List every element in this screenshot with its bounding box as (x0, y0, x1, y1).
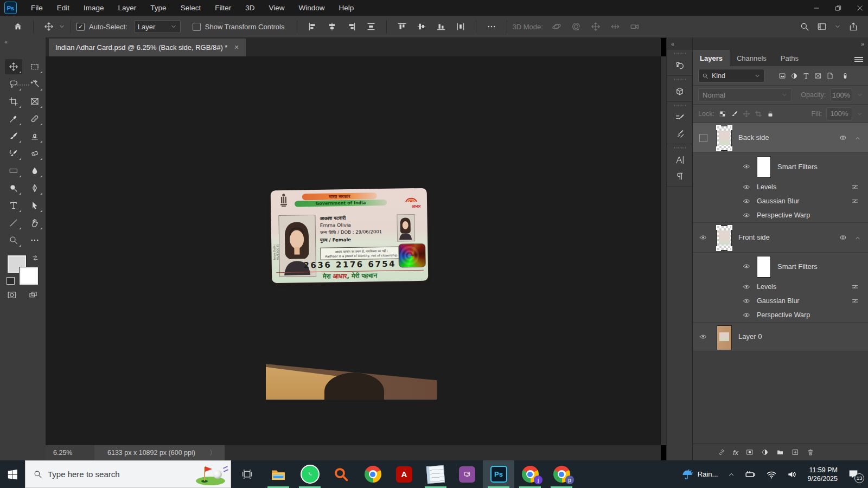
collapse-dock-icon[interactable]: » (861, 41, 864, 47)
chevron-down-icon[interactable] (857, 92, 863, 98)
menu-image[interactable]: Image (84, 4, 104, 12)
taskbar-notepad[interactable] (420, 460, 451, 488)
eye-icon[interactable] (743, 197, 750, 205)
home-icon[interactable] (13, 22, 23, 31)
menu-edit[interactable]: Edit (57, 4, 69, 12)
menu-window[interactable]: Window (298, 4, 324, 12)
taskbar-acrobat[interactable]: A (388, 460, 420, 488)
align-bottom-edges-icon[interactable] (436, 22, 446, 31)
menu-type[interactable]: Type (150, 4, 166, 12)
collapse-toolbar-icon[interactable]: « (4, 38, 8, 45)
tab-channels[interactable]: Channels (730, 50, 774, 66)
taskbar-screen-recorder[interactable] (451, 460, 483, 488)
panel-paragraph[interactable] (675, 171, 685, 181)
new-group-icon[interactable] (776, 448, 784, 456)
new-adjustment-layer-icon[interactable] (761, 448, 769, 456)
taskbar-chrome-profile-p[interactable]: p (546, 460, 577, 488)
eye-icon[interactable] (699, 234, 707, 241)
layer-name[interactable]: Front side (738, 233, 770, 241)
chevron-down-icon[interactable] (59, 23, 65, 30)
eye-icon[interactable] (699, 333, 707, 341)
blend-mode-dropdown[interactable]: Normal (698, 88, 792, 101)
taskbar-search[interactable]: Type here to search (25, 460, 231, 488)
battery-icon[interactable] (745, 468, 756, 480)
tool-crop[interactable] (5, 94, 22, 109)
expand-panels-icon[interactable]: « (667, 37, 693, 50)
filter-row-gaussian-back[interactable]: Gaussian Blur (693, 194, 868, 208)
layer-row-front-side[interactable]: Front side (693, 223, 868, 253)
minimize-icon[interactable] (813, 4, 820, 12)
align-vertical-centers-icon[interactable] (417, 22, 426, 31)
eye-icon[interactable] (743, 262, 750, 270)
task-view-button[interactable] (231, 460, 263, 488)
lock-image-pixels-icon[interactable] (731, 110, 738, 118)
taskbar-clock[interactable]: 11:59 PM 9/26/2025 (807, 466, 838, 483)
layer-row-back-side[interactable]: Back side (693, 123, 868, 153)
smart-filter-badge-icon[interactable] (839, 134, 847, 142)
show-transform-checkbox[interactable] (193, 23, 201, 31)
menu-select[interactable]: Select (181, 4, 201, 12)
filter-pixel-layers-icon[interactable] (778, 72, 786, 80)
layer-style-fx-icon[interactable]: fx (733, 448, 738, 457)
tool-spot-healing[interactable] (26, 111, 43, 126)
layer-thumbnail[interactable] (717, 226, 732, 251)
tool-dodge[interactable] (5, 181, 22, 196)
tool-brush[interactable] (5, 129, 22, 144)
filter-options-icon[interactable] (851, 283, 859, 291)
filter-row-levels-front[interactable]: Levels (693, 280, 868, 294)
tool-path-selection[interactable] (26, 198, 43, 213)
taskbar-search-tool[interactable] (326, 460, 357, 488)
tool-quick-selection[interactable] (26, 76, 43, 92)
tool-hand[interactable] (26, 215, 43, 230)
panel-character[interactable] (667, 144, 693, 187)
align-top-edges-icon[interactable] (397, 22, 407, 31)
volume-icon[interactable] (787, 469, 797, 480)
panel-brushes[interactable] (675, 129, 685, 139)
taskbar-whatsapp[interactable] (294, 460, 326, 488)
tool-blur[interactable] (26, 163, 43, 178)
eye-icon[interactable] (743, 311, 750, 319)
tool-gradient[interactable] (5, 163, 22, 178)
tool-type[interactable] (5, 198, 22, 213)
quick-mask-icon[interactable] (7, 290, 17, 300)
layer-row-layer-0[interactable]: Layer 0 (693, 323, 868, 351)
new-layer-icon[interactable] (792, 448, 799, 456)
search-highlight-golf-icon[interactable] (195, 463, 228, 486)
workspace-switcher-icon[interactable] (817, 22, 827, 31)
kind-filter-dropdown[interactable]: Kind (698, 69, 764, 82)
canvas-pasteboard[interactable]: भारत सरकार Government of India आधार Issu… (46, 56, 661, 445)
filter-smart-objects-icon[interactable] (826, 72, 834, 80)
filter-options-icon[interactable] (851, 183, 859, 191)
tool-pen[interactable] (26, 181, 43, 196)
status-chevron-icon[interactable]: 〉 (209, 448, 216, 458)
align-left-edges-icon[interactable] (308, 22, 317, 31)
start-button[interactable] (0, 460, 25, 488)
panel-brush-settings[interactable] (667, 102, 693, 144)
lock-all-icon[interactable] (767, 110, 774, 118)
zoom-level-field[interactable]: 6.25% (46, 445, 94, 460)
smart-filter-badge-icon[interactable] (839, 234, 847, 241)
filter-row-levels-back[interactable]: Levels (693, 180, 868, 194)
auto-select-checkbox[interactable]: ✓ (76, 23, 85, 31)
swap-colors-icon[interactable] (31, 254, 39, 262)
wifi-icon[interactable] (766, 469, 777, 480)
document-tab[interactable]: Indian Adhar Card.psd @ 6.25% (Back side… (49, 38, 246, 56)
close-tab-icon[interactable]: ✕ (234, 44, 239, 51)
filter-row-warp-front[interactable]: Perspective Warp (693, 308, 868, 323)
layer-name[interactable]: Back side (738, 133, 769, 142)
tool-clone-stamp[interactable] (26, 129, 43, 144)
move-tool-option-icon[interactable] (44, 22, 54, 31)
delete-layer-icon[interactable] (807, 448, 814, 456)
taskbar-chrome[interactable] (357, 460, 388, 488)
tool-line[interactable] (5, 215, 22, 230)
chevron-down-icon[interactable] (857, 111, 863, 117)
share-image-icon[interactable] (848, 22, 858, 31)
close-icon[interactable] (856, 4, 864, 12)
background-color-swatch[interactable] (20, 267, 38, 285)
filter-row-warp-back[interactable]: Perspective Warp (693, 208, 868, 223)
link-layers-icon[interactable] (718, 448, 725, 456)
filter-options-icon[interactable] (851, 297, 859, 305)
layer-thumbnail[interactable] (717, 325, 732, 350)
restore-icon[interactable] (834, 4, 842, 12)
tool-move[interactable] (5, 59, 22, 74)
